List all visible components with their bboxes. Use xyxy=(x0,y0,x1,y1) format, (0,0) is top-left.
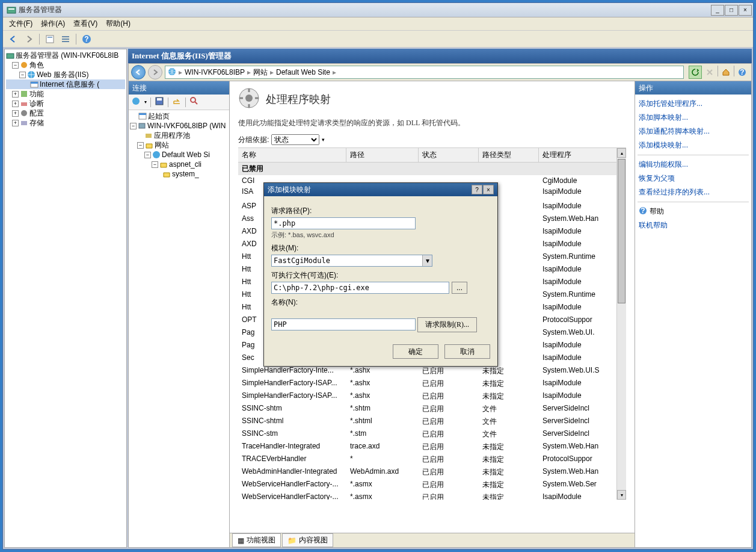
conn-system[interactable]: system_ xyxy=(130,169,228,179)
menu-help[interactable]: 帮助(H) xyxy=(103,17,133,30)
table-row[interactable]: SimpleHandlerFactory-ISAP...*.ashx已启用未指定… xyxy=(238,390,626,403)
group-by-label: 分组依据: xyxy=(238,135,269,145)
refresh-icon[interactable] xyxy=(689,66,702,79)
tree-features[interactable]: +功能 xyxy=(6,89,125,99)
nav-back-button[interactable] xyxy=(131,65,146,79)
tree-iis-manager[interactable]: Internet 信息服务 ( xyxy=(6,79,125,89)
conn-aspnet-cli[interactable]: −aspnet_cli xyxy=(130,160,228,169)
help-icon[interactable]: ? xyxy=(736,66,749,79)
conn-app-pools[interactable]: 应用程序池 xyxy=(130,131,228,140)
menu-view[interactable]: 查看(V) xyxy=(71,17,100,30)
svg-rect-2 xyxy=(46,36,54,43)
tab-features-view[interactable]: ▦功能视图 xyxy=(232,533,281,547)
action-revert-to-parent[interactable]: 恢复为父项 xyxy=(638,172,749,185)
svg-rect-1 xyxy=(8,8,14,10)
svg-point-31 xyxy=(245,95,253,102)
minimize-button[interactable]: _ xyxy=(711,5,724,16)
tree-configuration[interactable]: +配置 xyxy=(6,108,125,118)
table-row[interactable]: SimpleHandlerFactory-ISAP...*.ashx已启用未指定… xyxy=(238,377,626,390)
table-row[interactable]: SSINC-stm*.stm已启用文件ServerSideIncl xyxy=(238,428,626,441)
dialog-help-button[interactable]: ? xyxy=(472,185,482,194)
table-row[interactable]: SSINC-shtml*.shtml已启用文件ServerSideIncl xyxy=(238,415,626,428)
module-combobox[interactable]: FastCgiModule ▾ xyxy=(271,255,432,267)
name-input[interactable] xyxy=(271,318,416,330)
tree-root[interactable]: 服务器管理器 (WIN-IVKF06L8IB xyxy=(6,51,125,60)
action-edit-feature-permissions[interactable]: 编辑功能权限... xyxy=(638,158,749,172)
menu-file[interactable]: 文件(F) xyxy=(7,17,35,30)
action-add-managed-handler[interactable]: 添加托管处理程序... xyxy=(638,97,749,111)
group-by-select[interactable]: 状态 xyxy=(271,134,319,145)
scroll-up-icon[interactable]: ▴ xyxy=(617,148,626,158)
dropdown-icon[interactable]: ▾ xyxy=(422,255,432,266)
help-icon[interactable]: ? xyxy=(80,33,93,46)
scroll-down-icon[interactable]: ▾ xyxy=(617,490,626,500)
list-icon[interactable] xyxy=(59,33,72,46)
tree-storage[interactable]: +存储 xyxy=(6,118,125,128)
executable-label: 可执行文件(可选)(E): xyxy=(271,270,490,281)
maximize-button[interactable]: □ xyxy=(725,5,738,16)
action-add-script-map[interactable]: 添加脚本映射... xyxy=(638,111,749,125)
grid-section-disabled: 已禁用 xyxy=(238,163,626,175)
executable-input[interactable] xyxy=(271,282,449,294)
tree-web-server[interactable]: −Web 服务器(IIS) xyxy=(6,70,125,79)
page-description: 使用此功能指定处理特定请求类型的响应的资源，如 DLL 和托管代码。 xyxy=(238,118,626,128)
iis-title: Internet 信息服务(IIS)管理器 xyxy=(128,49,752,63)
table-row[interactable]: WebServiceHandlerFactory-...*.asmx已启用未指定… xyxy=(238,491,626,500)
tab-content-view[interactable]: 📁内容视图 xyxy=(282,533,333,547)
window-title: 服务器管理器 xyxy=(19,5,711,15)
tree-diagnostics[interactable]: +诊断 xyxy=(6,99,125,108)
action-add-module-mapping[interactable]: 添加模块映射... xyxy=(638,138,749,152)
request-path-input[interactable] xyxy=(271,217,416,229)
request-path-label: 请求路径(P): xyxy=(271,206,490,216)
menu-action[interactable]: 操作(A) xyxy=(38,17,67,30)
breadcrumb[interactable]: ▸ WIN-IVKF06L8IBP▸ 网站▸ Default Web Site▸ xyxy=(165,66,684,79)
home-icon[interactable] xyxy=(719,66,733,79)
browse-button[interactable]: ... xyxy=(452,282,467,294)
collapse-icon[interactable]: − xyxy=(19,72,26,78)
search-icon[interactable] xyxy=(189,96,199,108)
properties-icon[interactable] xyxy=(43,33,57,46)
svg-rect-17 xyxy=(21,121,27,125)
table-row[interactable]: TraceHandler-Integratedtrace.axd已启用未指定Sy… xyxy=(238,441,626,453)
action-online-help[interactable]: 联机帮助 xyxy=(638,219,749,232)
action-add-wildcard-script-map[interactable]: 添加通配符脚本映射... xyxy=(638,125,749,138)
conn-start-page[interactable]: 起始页 xyxy=(130,111,228,121)
close-button[interactable]: × xyxy=(739,5,752,16)
scroll-thumb[interactable] xyxy=(618,159,625,303)
table-row[interactable]: SSINC-shtm*.shtm已启用文件ServerSideIncl xyxy=(238,403,626,415)
request-restrictions-button[interactable]: 请求限制(R)... xyxy=(417,317,477,332)
conn-server[interactable]: −WIN-IVKF06L8IBP (WIN xyxy=(130,121,228,131)
table-row[interactable]: TRACEVerbHandler*已启用未指定ProtocolSuppor xyxy=(238,453,626,466)
nav-forward-button[interactable] xyxy=(148,65,162,79)
grid-scrollbar[interactable]: ▴ ▾ xyxy=(616,148,626,500)
cancel-button[interactable]: 取消 xyxy=(444,344,490,359)
connect-icon[interactable] xyxy=(131,96,141,108)
menu-bar: 文件(F) 操作(A) 查看(V) 帮助(H) xyxy=(3,17,753,31)
svg-rect-0 xyxy=(7,7,16,13)
collapse-icon[interactable]: − xyxy=(12,62,19,69)
up-icon[interactable] xyxy=(172,96,182,108)
expand-icon[interactable]: + xyxy=(12,91,19,98)
forward-icon[interactable] xyxy=(22,33,35,46)
tree-roles[interactable]: −角色 xyxy=(6,60,125,70)
conn-sites[interactable]: −网站 xyxy=(130,140,228,150)
back-icon[interactable] xyxy=(7,33,20,46)
module-label: 模块(M): xyxy=(271,243,490,253)
table-row[interactable]: WebAdminHandler-IntegratedWebAdmin.axd已启… xyxy=(238,466,626,479)
svg-point-10 xyxy=(21,62,27,68)
ok-button[interactable]: 确定 xyxy=(393,344,438,359)
expand-icon[interactable]: + xyxy=(12,120,19,126)
dialog-close-button[interactable]: × xyxy=(483,185,494,194)
table-row[interactable]: SimpleHandlerFactory-Inte...*.ashx已启用未指定… xyxy=(238,365,626,377)
stop-icon xyxy=(703,66,716,79)
conn-default-site[interactable]: −Default Web Si xyxy=(130,150,228,160)
action-help[interactable]: ?帮助 xyxy=(638,205,749,219)
action-view-ordered-list[interactable]: 查看经过排序的列表... xyxy=(638,185,749,199)
svg-rect-28 xyxy=(146,134,152,138)
grid-header[interactable]: 名称 路径 状态 路径类型 处理程序 xyxy=(238,148,626,163)
table-row[interactable]: WebServiceHandlerFactory-...*.asmx已启用未指定… xyxy=(238,479,626,491)
expand-icon[interactable]: + xyxy=(12,110,19,117)
iis-address-bar: ▸ WIN-IVKF06L8IBP▸ 网站▸ Default Web Site▸… xyxy=(128,63,752,81)
expand-icon[interactable]: + xyxy=(12,101,19,107)
save-icon[interactable] xyxy=(155,96,164,108)
